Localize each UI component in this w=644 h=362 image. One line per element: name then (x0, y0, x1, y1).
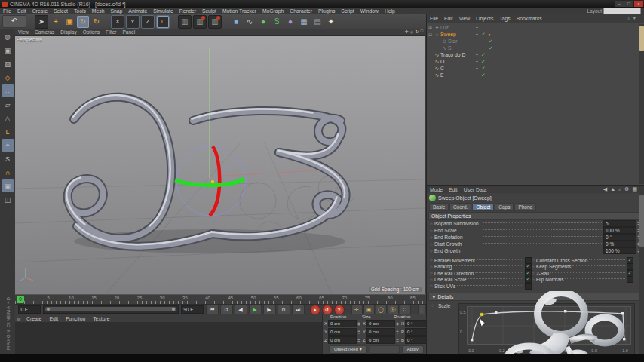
search-icon[interactable]: ⌕ (618, 186, 621, 192)
checkbox[interactable] (525, 283, 532, 290)
coordinate-system-icon[interactable]: L (156, 15, 170, 29)
object-tree-row[interactable]: ∿O⠒✓ (428, 58, 638, 65)
menu-file[interactable]: File (0, 8, 14, 14)
menu-plugins[interactable]: Plugins (315, 8, 338, 14)
enable-axis-icon[interactable]: L (2, 125, 14, 138)
live-selection-icon[interactable]: ➤ (35, 15, 48, 29)
material-menu-texture[interactable]: Texture (89, 316, 113, 321)
coordinate-mode-dropdown[interactable]: Object (Rel) ▾ (329, 345, 367, 354)
camera-icon[interactable]: ▤ (311, 16, 324, 28)
viewport-solo-icon[interactable]: ◫ (2, 193, 14, 206)
rotate-icon[interactable]: ↻ (77, 16, 89, 28)
tab-caps[interactable]: Caps (495, 203, 514, 211)
material-menu-function[interactable]: Function (62, 316, 89, 321)
visibility-dots-icon[interactable]: ⠒ (475, 66, 481, 71)
environment-icon[interactable]: ▦ (298, 16, 310, 28)
menu-help[interactable]: Help (382, 8, 398, 14)
workplane-lock-icon[interactable]: ▣ (2, 179, 14, 192)
coordinate-value[interactable]: 0 cm (328, 328, 357, 336)
settings-icon[interactable]: ⚙ (624, 186, 629, 192)
forward-icon[interactable]: ▲ (610, 186, 615, 192)
last-tool-icon[interactable]: ↻ (90, 16, 103, 28)
material-manager-area[interactable] (15, 322, 322, 354)
attribute-scrollbar[interactable] (639, 186, 644, 355)
render-settings-icon[interactable]: ▥ (208, 15, 222, 29)
expander-icon[interactable]: ⊟ (428, 32, 434, 37)
enable-snap-icon[interactable]: ∩ (2, 166, 14, 179)
object-tree-row[interactable]: ∿C⠒✓ (428, 65, 638, 72)
toggle-view-icon[interactable]: □ (420, 29, 423, 34)
tab-object[interactable]: Object (472, 203, 494, 211)
zoom-view-icon[interactable]: ◇ (410, 29, 414, 34)
viewport[interactable]: ViewCamerasDisplayOptionsFilterPanel ✛◇↻… (15, 29, 425, 294)
attribute-menu-mode[interactable]: Mode (427, 187, 446, 192)
pan-view-icon[interactable]: ✛ (405, 29, 409, 34)
object-tree-row[interactable]: ∿S⠒✓ (428, 44, 638, 51)
coordinate-value[interactable]: 0 cm (328, 320, 357, 327)
spinner-icon[interactable] (396, 330, 400, 335)
menu-mograph[interactable]: MoGraph (259, 8, 287, 14)
spinner-icon[interactable] (396, 321, 400, 327)
edges-mode-icon[interactable]: ▱ (2, 98, 14, 111)
viewport-menu-cameras[interactable]: Cameras (32, 29, 57, 35)
coordinate-value[interactable]: 0 cm (366, 328, 395, 336)
viewport-menu-view[interactable]: View (15, 29, 32, 35)
spinner-icon[interactable] (396, 338, 400, 343)
object-manager-menu-bookmarks[interactable]: Bookmarks (514, 16, 545, 21)
attribute-menu-edit[interactable]: Edit (446, 187, 461, 192)
spline-pen-icon[interactable]: ∿ (244, 16, 256, 28)
viewport-menu-panel[interactable]: Panel (120, 29, 139, 35)
viewport-menu-options[interactable]: Options (80, 29, 103, 35)
polygons-mode-icon[interactable]: △ (2, 112, 14, 124)
menu-render[interactable]: Render (176, 8, 199, 14)
menu-character[interactable]: Character (287, 8, 315, 14)
apply-button[interactable]: Apply (402, 345, 424, 354)
spinner-icon[interactable] (357, 330, 361, 335)
material-menu-create[interactable]: Create (23, 316, 45, 321)
scale-spline-graph[interactable]: 0.5 0 0.00.20.40.60.81.0 (458, 303, 635, 354)
visibility-dots-icon[interactable]: ⠒ (475, 25, 481, 30)
object-manager-scrollbar[interactable] (639, 24, 644, 184)
enabled-check-icon[interactable]: ✓ (481, 66, 488, 72)
visibility-dots-icon[interactable]: ⠒ (475, 72, 481, 78)
object-tree-row[interactable]: ∿Traço do D⠒✓ (428, 51, 638, 58)
range-end-field[interactable]: 90 F (181, 305, 203, 314)
filter-icon[interactable]: ▾ (633, 15, 636, 21)
back-icon[interactable]: ◀ (603, 186, 607, 192)
rotate-view-icon[interactable]: ↻ (415, 29, 419, 34)
menu-create[interactable]: Create (29, 8, 51, 14)
tab-phong[interactable]: Phong (514, 203, 536, 211)
enabled-check-icon[interactable]: ✓ (489, 38, 495, 44)
field-value[interactable]: 100 % (603, 227, 636, 234)
object-name[interactable]: O (440, 59, 475, 64)
visibility-dots-icon[interactable]: ⠒ (475, 32, 481, 37)
menu-simulate[interactable]: Simulate (150, 8, 176, 14)
search-icon[interactable]: ⌕ (628, 15, 631, 21)
object-tree-row[interactable]: ✩Star⠒✓ (428, 38, 638, 44)
enabled-check-icon[interactable]: ✓ (481, 72, 488, 78)
tab-coord[interactable]: Coord. (449, 203, 472, 211)
object-manager-menu-edit[interactable]: Edit (441, 16, 456, 21)
spinner-icon[interactable] (357, 338, 361, 343)
model-mode-icon[interactable]: ▣ (2, 44, 14, 57)
subdivision-surface-icon[interactable]: ● (257, 16, 269, 28)
cube-primitive-icon[interactable]: ■ (230, 16, 242, 28)
object-tree-row[interactable]: ⊞✦Luz⠒ (428, 24, 638, 31)
field-value[interactable]: 0 ° (603, 234, 636, 241)
coordinate-value[interactable]: 0 cm (328, 336, 357, 344)
lock-y-button[interactable]: Y (126, 15, 140, 29)
menu-motion-tracker[interactable]: Motion Tracker (219, 8, 259, 14)
object-name[interactable]: E (440, 72, 475, 78)
checkbox[interactable] (627, 276, 633, 283)
minimize-button[interactable]: – (615, 1, 624, 7)
object-manager-menu-view[interactable]: View (456, 16, 474, 21)
deformers-icon[interactable]: ● (284, 16, 296, 28)
menu-window[interactable]: Window (357, 8, 382, 14)
generators-icon[interactable]: S (271, 16, 283, 28)
layout-icon[interactable]: ▦ (632, 186, 637, 192)
close-button[interactable]: × (634, 1, 643, 7)
range-start-field[interactable]: 0 F (18, 305, 40, 314)
menu-edit[interactable]: Edit (14, 8, 29, 14)
timeline-playhead[interactable]: 0 (17, 296, 24, 303)
phong-tag-icon[interactable]: ● (488, 32, 494, 37)
